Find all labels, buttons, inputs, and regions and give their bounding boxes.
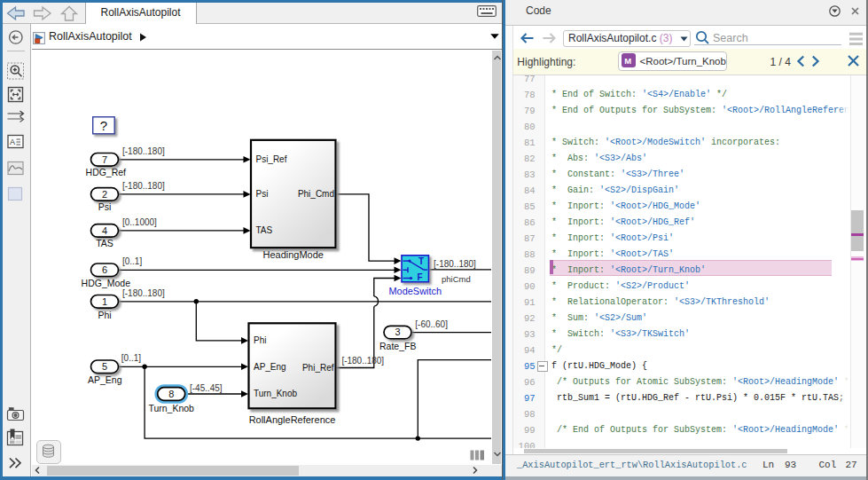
svg-text:[0..1]: [0..1]: [122, 256, 142, 266]
svg-text:Turn_Knob: Turn_Knob: [148, 403, 194, 413]
svg-text:HDG_Ref: HDG_Ref: [85, 168, 126, 177]
svg-text:Rate_FB: Rate_FB: [379, 341, 416, 350]
svg-text:Psi: Psi: [98, 202, 111, 212]
svg-text:[-180..180]: [-180..180]: [122, 180, 165, 190]
svg-text:[-180..180]: [-180..180]: [341, 356, 384, 366]
svg-text:?: ?: [99, 118, 106, 133]
svg-text:8: 8: [168, 389, 174, 399]
svg-text:Phi_Ref: Phi_Ref: [301, 363, 333, 373]
svg-text:[-180..180]: [-180..180]: [122, 287, 165, 297]
svg-text:TAS: TAS: [255, 225, 272, 235]
svg-text:6: 6: [101, 264, 106, 275]
svg-text:ModeSwitch: ModeSwitch: [388, 286, 442, 296]
svg-text:T: T: [418, 256, 423, 265]
svg-text:Phi_Cmd: Phi_Cmd: [297, 189, 333, 199]
svg-text:[0..1000]: [0..1000]: [122, 216, 157, 226]
svg-text:A: A: [10, 138, 15, 146]
svg-text:phiCmd: phiCmd: [441, 274, 470, 284]
svg-text:[-180..180]: [-180..180]: [434, 259, 476, 269]
svg-text:[-180..180]: [-180..180]: [122, 146, 165, 155]
svg-text:F: F: [417, 271, 422, 281]
svg-text:1: 1: [101, 295, 106, 306]
svg-text:[-45..45]: [-45..45]: [190, 382, 223, 392]
svg-text:Phi: Phi: [254, 335, 266, 345]
svg-text:[-60..60]: [-60..60]: [415, 319, 448, 328]
svg-text:AP_Eng: AP_Eng: [254, 362, 286, 372]
svg-text:7: 7: [101, 153, 106, 164]
svg-text:Psi_Ref: Psi_Ref: [255, 154, 286, 164]
svg-text:AP_Eng: AP_Eng: [88, 375, 122, 385]
svg-text:RollAngleReference: RollAngleReference: [248, 413, 335, 424]
svg-text:HDG_Mode: HDG_Mode: [81, 278, 130, 287]
svg-text:2: 2: [101, 188, 106, 199]
svg-text:TAS: TAS: [96, 239, 113, 248]
svg-text:HeadingMode: HeadingMode: [262, 249, 323, 260]
svg-text:4: 4: [101, 224, 106, 235]
svg-text:Psi: Psi: [255, 189, 268, 199]
svg-text:Phi: Phi: [98, 310, 111, 319]
svg-text:Turn_Knob: Turn_Knob: [254, 389, 297, 398]
svg-text:[0..1]: [0..1]: [121, 353, 140, 363]
svg-text:5: 5: [101, 361, 106, 372]
svg-text:3: 3: [395, 327, 400, 337]
